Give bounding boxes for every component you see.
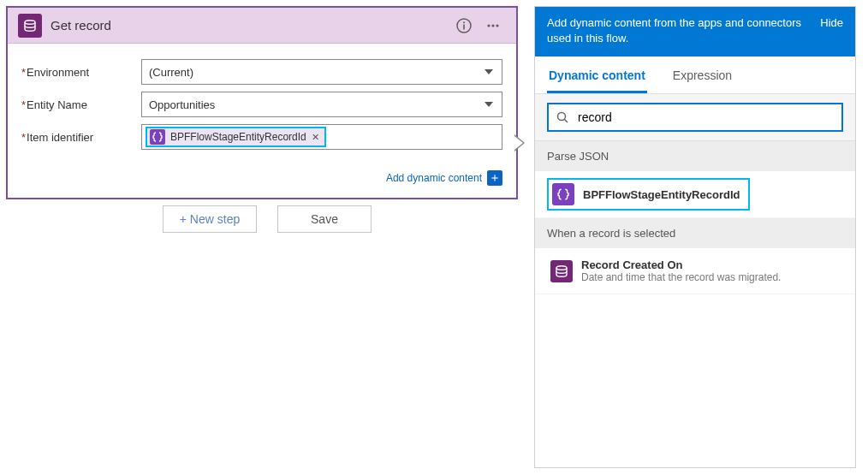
svg-rect-3 — [463, 24, 465, 29]
svg-point-0 — [25, 20, 35, 23]
json-icon — [150, 129, 165, 145]
field-label: *Environment — [21, 66, 141, 79]
panel-connector-notch — [514, 134, 525, 151]
add-dynamic-content-icon[interactable]: ＋ — [487, 170, 502, 186]
svg-point-9 — [556, 266, 567, 270]
field-item-identifier: *Item identifier BPFFlowStageEntityRecor… — [21, 124, 502, 150]
result-item[interactable]: Record Created OnDate and time that the … — [535, 248, 855, 294]
hide-panel-link[interactable]: Hide — [820, 15, 843, 46]
dynamic-token[interactable]: BPFFlowStageEntityRecordId ✕ — [146, 127, 326, 147]
add-dynamic-row: Add dynamic content ＋ — [8, 165, 516, 198]
item-identifier-input[interactable]: BPFFlowStageEntityRecordId ✕ — [141, 124, 502, 150]
add-dynamic-content-link[interactable]: Add dynamic content — [386, 172, 482, 184]
step-buttons: + New step Save — [163, 205, 372, 233]
search-area — [535, 94, 855, 141]
panel-header-text: Add dynamic content from the apps and co… — [547, 15, 812, 46]
search-icon — [556, 110, 569, 124]
cds-icon — [550, 260, 573, 282]
panel-tabs: Dynamic content Expression — [535, 56, 855, 94]
token-remove-icon[interactable]: ✕ — [312, 132, 319, 143]
info-icon[interactable] — [453, 15, 475, 37]
json-icon — [552, 183, 574, 205]
results-list: Parse JSONBPFFlowStageEntityRecordIdWhen… — [535, 141, 855, 294]
svg-point-7 — [558, 113, 566, 121]
save-button[interactable]: Save — [277, 205, 372, 233]
result-item[interactable]: BPFFlowStageEntityRecordId — [535, 171, 855, 218]
environment-select[interactable]: (Current) — [141, 59, 502, 85]
token-label: BPFFlowStageEntityRecordId — [170, 131, 306, 143]
entity-select[interactable]: Opportunities — [141, 92, 502, 117]
field-label: *Item identifier — [21, 131, 141, 144]
result-subtitle: Date and time that the record was migrat… — [581, 271, 781, 283]
panel-header: Add dynamic content from the apps and co… — [535, 7, 855, 56]
dynamic-content-panel: Add dynamic content from the apps and co… — [534, 6, 856, 468]
svg-point-6 — [496, 24, 498, 27]
action-title[interactable]: Get record — [51, 18, 453, 33]
field-entity: *Entity Name Opportunities — [21, 92, 502, 117]
field-label: *Entity Name — [21, 98, 141, 111]
svg-point-4 — [487, 24, 490, 27]
svg-point-5 — [491, 24, 494, 27]
search-input[interactable] — [576, 110, 835, 125]
result-title: Record Created On — [581, 258, 781, 271]
cds-icon — [18, 14, 42, 38]
svg-line-8 — [565, 120, 568, 123]
result-group-header: When a record is selected — [535, 218, 855, 248]
search-box[interactable] — [547, 103, 843, 132]
result-title: BPFFlowStageEntityRecordId — [583, 188, 740, 201]
new-step-button[interactable]: + New step — [163, 205, 257, 233]
tab-dynamic-content[interactable]: Dynamic content — [547, 62, 647, 93]
action-card-header[interactable]: Get record — [8, 8, 516, 44]
svg-point-2 — [463, 21, 465, 23]
result-group-header: Parse JSON — [535, 141, 855, 171]
field-environment: *Environment (Current) — [21, 59, 502, 85]
action-card: Get record *Environment (Current) *Entit… — [6, 6, 518, 199]
tab-expression[interactable]: Expression — [671, 62, 734, 93]
more-icon[interactable] — [482, 15, 504, 37]
action-card-body: *Environment (Current) *Entity Name Oppo… — [8, 44, 516, 165]
